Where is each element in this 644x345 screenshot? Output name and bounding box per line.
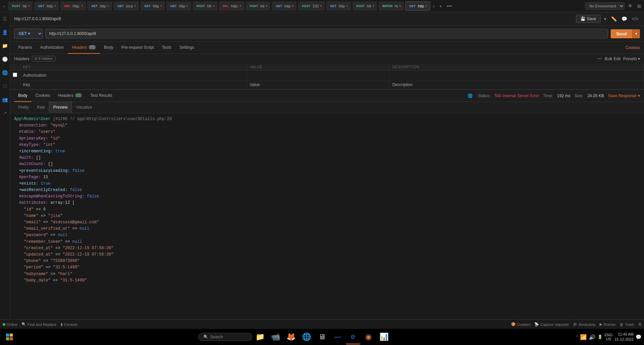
- more-options-icon[interactable]: •••: [598, 56, 602, 61]
- sidebar-icon-flows[interactable]: ↗: [1, 109, 9, 117]
- volume-icon: 🔊: [589, 334, 596, 340]
- send-dropdown-button[interactable]: ▾: [632, 29, 640, 38]
- tab-item-14[interactable]: POST htt●: [352, 1, 377, 11]
- runner-button[interactable]: ▶ Runner: [600, 322, 616, 327]
- send-button[interactable]: Send: [611, 29, 632, 38]
- tab-next-button[interactable]: ›: [431, 2, 437, 10]
- resp-tab-test-results[interactable]: Test Results: [86, 90, 116, 102]
- tab-item-12[interactable]: POST 102●: [298, 1, 325, 11]
- send-group: Send ▾: [611, 29, 640, 38]
- notification-icon[interactable]: 💬: [636, 334, 641, 340]
- language-indicator[interactable]: ENGUS: [605, 333, 613, 341]
- url-input[interactable]: [45, 29, 608, 38]
- header-value-new[interactable]: Value: [247, 80, 389, 89]
- save-button[interactable]: 💾 Save: [576, 15, 600, 23]
- taskbar-app-postman[interactable]: ◉: [361, 330, 376, 344]
- system-clock[interactable]: 11:46 AM 21-12-2022: [615, 332, 634, 342]
- header-description-1[interactable]: [389, 71, 644, 80]
- taskbar-app-misc[interactable]: 📊: [377, 330, 392, 344]
- cookies-button[interactable]: 🍪 Cookies: [511, 322, 531, 327]
- tab-body[interactable]: Body: [100, 42, 117, 54]
- tab-item-8[interactable]: POST htt●: [193, 1, 217, 11]
- cookies-link[interactable]: Cookies: [625, 45, 640, 50]
- tab-prerequest[interactable]: Pre-request Script: [117, 42, 158, 54]
- sidebar-icon-people[interactable]: 👤: [1, 28, 9, 36]
- taskbar-app-meet[interactable]: 📹: [268, 330, 283, 344]
- expand-button[interactable]: ⊞: [638, 322, 641, 327]
- tab-params[interactable]: Params: [14, 42, 36, 54]
- environment-selector[interactable]: No Environment: [585, 2, 624, 10]
- url-bar: http://127.0.0.1:8000/api/8 💾 Save ▾ ✏️ …: [10, 12, 644, 26]
- tab-item-16[interactable]: GET http●: [405, 1, 430, 11]
- sidebar: ☰ 👤 📁 🕐 🌐 ⬡ 👥 ↗: [0, 12, 10, 319]
- header-value-1[interactable]: [247, 71, 389, 80]
- tab-item-7[interactable]: GET http●: [166, 1, 191, 11]
- bulk-edit-button[interactable]: Bulk Edit: [605, 56, 620, 61]
- find-replace-button[interactable]: 🔍 Find and Replace: [22, 322, 57, 327]
- tab-item-3[interactable]: DEL http:●: [60, 1, 86, 11]
- taskbar-app-chrome[interactable]: 🌐: [299, 330, 314, 344]
- terminal-icon: 🖥: [318, 333, 326, 341]
- start-button[interactable]: [3, 330, 16, 344]
- save-response-button[interactable]: Save Response ▾: [608, 93, 640, 98]
- trash-button[interactable]: 🗑 Trash: [620, 322, 634, 327]
- tab-item-15[interactable]: PATCH ht●: [378, 1, 404, 11]
- header-key-1[interactable]: Authorization: [20, 71, 247, 80]
- tab-item-6[interactable]: GET http●: [140, 1, 165, 11]
- hidden-badge[interactable]: ⊘ 6 hidden: [32, 56, 55, 62]
- tab-item-11[interactable]: GET http●: [272, 1, 297, 11]
- tab-prev-button[interactable]: ‹: [1, 2, 7, 10]
- view-tab-preview[interactable]: Preview: [49, 102, 72, 113]
- header-checkbox-1[interactable]: [13, 73, 17, 77]
- tab-item-4[interactable]: GET http●: [87, 1, 112, 11]
- taskbar-app-edge[interactable]: e: [346, 330, 361, 344]
- tab-item-13[interactable]: GET http●: [326, 1, 351, 11]
- tab-item-2[interactable]: GET http●: [34, 1, 59, 11]
- tab-item-1[interactable]: POST htt●: [8, 1, 33, 11]
- online-label: Online: [7, 322, 18, 327]
- sidebar-icon-history[interactable]: 🕐: [1, 55, 9, 63]
- resp-tab-body[interactable]: Body: [14, 90, 31, 102]
- sidebar-icon-environments[interactable]: 🌐: [1, 69, 9, 77]
- sidebar-icon-team[interactable]: 👥: [1, 95, 9, 104]
- view-tab-pretty[interactable]: Pretty: [14, 102, 33, 113]
- header-row-1: Authorization: [10, 71, 644, 80]
- taskbar-app-terminal[interactable]: 🖥: [315, 330, 330, 344]
- tab-settings[interactable]: Settings: [175, 42, 198, 54]
- more-tabs-button[interactable]: •••: [445, 2, 454, 10]
- eye-icon[interactable]: 👁: [626, 2, 634, 10]
- tab-tests[interactable]: Tests: [158, 42, 175, 54]
- grid-icon[interactable]: ⊞: [636, 2, 643, 10]
- sidebar-icon-collections[interactable]: 📁: [1, 42, 9, 50]
- chat-icon[interactable]: 💬: [620, 15, 629, 23]
- bootcamp-button[interactable]: 🎓 Bootcamp: [573, 322, 596, 327]
- sidebar-icon-menu[interactable]: ☰: [1, 15, 9, 23]
- method-select[interactable]: GET ▾: [14, 29, 43, 39]
- response-body[interactable]: App\Models\User {#1290 // app\Http\Contr…: [10, 113, 644, 319]
- edit-icon[interactable]: ✏️: [610, 15, 618, 23]
- code-icon[interactable]: </>: [631, 15, 640, 23]
- tab-item-5[interactable]: GET loca●: [113, 1, 139, 11]
- header-key-new[interactable]: Key: [20, 80, 247, 89]
- taskbar-app-firefox[interactable]: 🦊: [284, 330, 299, 344]
- sidebar-icon-mock[interactable]: ⬡: [1, 82, 9, 90]
- presets-button[interactable]: Presets ▾: [623, 56, 640, 61]
- resp-tab-headers[interactable]: Headers (5): [54, 90, 87, 102]
- taskbar-app-explorer[interactable]: 📁: [253, 330, 268, 344]
- search-box[interactable]: 🔍 Search: [198, 333, 252, 341]
- capture-requests-button[interactable]: 📡 Capture requests: [534, 322, 569, 327]
- th-key: KEY: [20, 64, 247, 71]
- console-button[interactable]: ▮ Console: [61, 322, 77, 327]
- view-tab-raw[interactable]: Raw: [33, 102, 49, 113]
- tab-authorization[interactable]: Authorization: [36, 42, 68, 54]
- add-tab-button[interactable]: +: [437, 2, 444, 10]
- tab-headers[interactable]: Headers (7): [68, 42, 100, 54]
- tab-item-10[interactable]: POST htt●: [246, 1, 271, 11]
- view-tab-visualize[interactable]: Visualize: [72, 102, 96, 113]
- dropdown-arrow-button[interactable]: ▾: [603, 15, 608, 23]
- resp-tab-cookies[interactable]: Cookies: [31, 90, 54, 102]
- folder-icon: 📁: [256, 333, 265, 341]
- header-description-new[interactable]: Description: [389, 80, 644, 89]
- taskbar-app-vscode[interactable]: ⸻: [330, 330, 345, 344]
- tab-item-9[interactable]: DEL http:●: [219, 1, 244, 11]
